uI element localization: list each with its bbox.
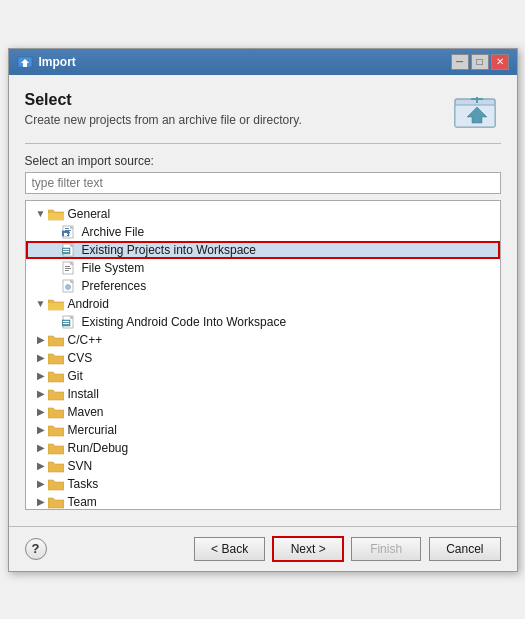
svg-rect-18 <box>63 249 69 250</box>
tree-label-git: Git <box>68 369 83 383</box>
folder-closed-icon-install <box>48 387 64 401</box>
tree-label-mercurial: Mercurial <box>68 423 117 437</box>
svg-point-29 <box>65 284 70 289</box>
footer-right: < Back Next > Finish Cancel <box>194 537 500 561</box>
tree-item-existing-android[interactable]: ▶ Existing Android Code Into Workspace <box>26 313 500 331</box>
file-icon-android-code <box>62 315 78 329</box>
import-dialog: Import ─ □ ✕ Select Create new projects … <box>8 48 518 572</box>
tree-label-archive-file: Archive File <box>82 225 145 239</box>
tree-item-git[interactable]: ▶ Git <box>26 367 500 385</box>
window-title: Import <box>39 55 76 69</box>
tree-item-tasks[interactable]: ▶ Tasks <box>26 475 500 493</box>
toggle-android[interactable]: ▼ <box>34 297 48 311</box>
toggle-team[interactable]: ▶ <box>34 495 48 509</box>
tree-item-cvs[interactable]: ▶ CVS <box>26 349 500 367</box>
tree-item-mercurial[interactable]: ▶ Mercurial <box>26 421 500 439</box>
import-source-tree[interactable]: ▼ General ▶ <box>25 200 501 510</box>
tree-label-svn: SVN <box>68 459 93 473</box>
tree-label-file-system: File System <box>82 261 145 275</box>
toggle-git[interactable]: ▶ <box>34 369 48 383</box>
finish-button[interactable]: Finish <box>351 537 421 561</box>
folder-closed-icon-maven <box>48 405 64 419</box>
folder-closed-icon-team <box>48 495 64 509</box>
header-text: Select Create new projects from an archi… <box>25 91 302 127</box>
file-icon-preferences <box>62 279 78 293</box>
filter-input[interactable] <box>25 172 501 194</box>
folder-closed-icon-git <box>48 369 64 383</box>
tree-item-install[interactable]: ▶ Install <box>26 385 500 403</box>
footer-left: ? <box>25 538 47 560</box>
svg-rect-19 <box>63 251 69 252</box>
svg-rect-35 <box>63 323 69 324</box>
file-icon-existing-projects <box>62 243 78 257</box>
tree-label-existing-android: Existing Android Code Into Workspace <box>82 315 287 329</box>
file-icon-archive <box>62 225 78 239</box>
svg-rect-25 <box>65 270 69 271</box>
tree-item-svn[interactable]: ▶ SVN <box>26 457 500 475</box>
tree-item-rundebug[interactable]: ▶ Run/Debug <box>26 439 500 457</box>
svg-rect-10 <box>65 228 69 229</box>
tree-item-existing-projects[interactable]: ▶ Existing Projects into Workspace <box>26 241 500 259</box>
tree-label-rundebug: Run/Debug <box>68 441 129 455</box>
help-button[interactable]: ? <box>25 538 47 560</box>
dialog-content: Select Create new projects from an archi… <box>9 75 517 526</box>
tree-label-cpp: C/C++ <box>68 333 103 347</box>
minimize-button[interactable]: ─ <box>451 54 469 70</box>
file-icon-filesystem <box>62 261 78 275</box>
tree-label-tasks: Tasks <box>68 477 99 491</box>
folder-closed-icon-svn <box>48 459 64 473</box>
tree-item-team[interactable]: ▶ Team <box>26 493 500 510</box>
folder-closed-icon-cvs <box>48 351 64 365</box>
toggle-rundebug[interactable]: ▶ <box>34 441 48 455</box>
title-controls: ─ □ ✕ <box>451 54 509 70</box>
dialog-title: Select <box>25 91 302 109</box>
next-button[interactable]: Next > <box>273 537 343 561</box>
folder-open-icon-android <box>48 297 64 311</box>
folder-closed-icon-rundebug <box>48 441 64 455</box>
folder-closed-icon-mercurial <box>48 423 64 437</box>
folder-closed-icon-cpp <box>48 333 64 347</box>
back-button[interactable]: < Back <box>194 537 265 561</box>
title-bar-left: Import <box>17 54 76 70</box>
tree-item-archive-file[interactable]: ▶ Archive File <box>26 223 500 241</box>
tree-label-install: Install <box>68 387 99 401</box>
filter-label: Select an import source: <box>25 154 501 168</box>
tree-item-file-system[interactable]: ▶ File System <box>26 259 500 277</box>
toggle-general[interactable]: ▼ <box>34 207 48 221</box>
svg-rect-23 <box>65 266 70 267</box>
tree-item-cpp[interactable]: ▶ C/C++ <box>26 331 500 349</box>
header-import-icon <box>453 91 501 131</box>
toggle-svn[interactable]: ▶ <box>34 459 48 473</box>
window-icon <box>17 54 33 70</box>
tree-item-general[interactable]: ▼ General <box>26 205 500 223</box>
toggle-cvs[interactable]: ▶ <box>34 351 48 365</box>
tree-label-preferences: Preferences <box>82 279 147 293</box>
cancel-button[interactable]: Cancel <box>429 537 500 561</box>
tree-label-cvs: CVS <box>68 351 93 365</box>
svg-rect-24 <box>65 268 71 269</box>
folder-closed-icon-tasks <box>48 477 64 491</box>
toggle-tasks[interactable]: ▶ <box>34 477 48 491</box>
tree-item-android[interactable]: ▼ Android <box>26 295 500 313</box>
dialog-footer: ? < Back Next > Finish Cancel <box>9 526 517 571</box>
header-divider <box>25 143 501 144</box>
toggle-maven[interactable]: ▶ <box>34 405 48 419</box>
close-button[interactable]: ✕ <box>491 54 509 70</box>
folder-open-icon <box>48 207 64 221</box>
toggle-cpp[interactable]: ▶ <box>34 333 48 347</box>
tree-label-team: Team <box>68 495 97 509</box>
svg-rect-34 <box>63 321 69 322</box>
tree-label-existing-projects: Existing Projects into Workspace <box>82 243 257 257</box>
title-bar: Import ─ □ ✕ <box>9 49 517 75</box>
dialog-header: Select Create new projects from an archi… <box>25 91 501 131</box>
maximize-button[interactable]: □ <box>471 54 489 70</box>
toggle-install[interactable]: ▶ <box>34 387 48 401</box>
tree-item-preferences[interactable]: ▶ Preferences <box>26 277 500 295</box>
tree-label-maven: Maven <box>68 405 104 419</box>
tree-label-general: General <box>68 207 111 221</box>
toggle-mercurial[interactable]: ▶ <box>34 423 48 437</box>
dialog-subtitle: Create new projects from an archive file… <box>25 113 302 127</box>
tree-item-maven[interactable]: ▶ Maven <box>26 403 500 421</box>
tree-label-android: Android <box>68 297 109 311</box>
